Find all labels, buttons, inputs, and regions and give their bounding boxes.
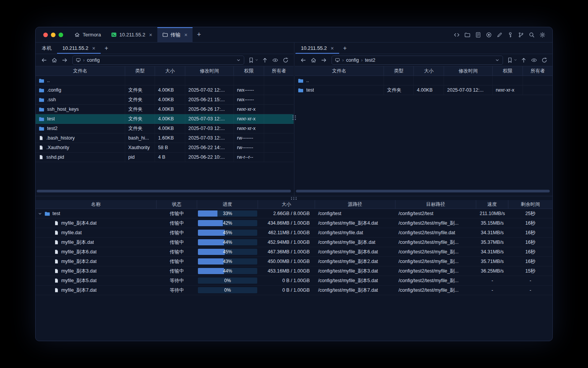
left-upload-button[interactable] xyxy=(260,55,270,65)
left-new-tab-button[interactable]: + xyxy=(101,43,112,54)
transfer-row[interactable]: myfile_副本5.dat等待中0%0 B / 1.00GB/config/t… xyxy=(36,276,552,286)
left-refresh-button[interactable] xyxy=(281,55,290,65)
folder-icon xyxy=(298,78,304,84)
titlebar-tab-termora[interactable]: Termora xyxy=(69,27,106,42)
file-icon xyxy=(39,135,44,141)
transfer-status: 传输中 xyxy=(157,238,197,247)
column-header[interactable]: 权限 xyxy=(234,66,264,76)
panel-tab-label: 10.211.55.2 xyxy=(301,45,327,51)
search-button[interactable] xyxy=(527,30,536,39)
file-row[interactable]: test文件夹4.00KB2025-07-03 12:...rwxr-xr-x xyxy=(295,85,552,95)
right-bookmark-button[interactable] xyxy=(506,55,518,65)
file-mtime-cell: 2025-06-26 17:... xyxy=(185,105,234,114)
left-home-button[interactable] xyxy=(49,55,59,65)
settings-button[interactable] xyxy=(537,30,547,39)
column-header[interactable]: 类型 xyxy=(125,66,155,76)
left-forward-button[interactable] xyxy=(60,55,69,65)
file-row[interactable]: sshd.pidpid4 B2025-06-22 10:...rw-r--r-- xyxy=(36,153,294,162)
tab-close-button[interactable]: × xyxy=(185,32,188,38)
path-segment[interactable]: config xyxy=(346,58,359,63)
tab-close-button[interactable]: × xyxy=(92,46,95,51)
transfer-row[interactable]: myfile_副本.dat传输中44%452.94MB / 1.00GB/con… xyxy=(36,238,552,247)
file-panels: 本机10.211.55.2× + ›config 文件名类型大小修改时间权限所有… xyxy=(36,43,552,196)
branch-button[interactable] xyxy=(516,30,526,39)
tab-close-button[interactable]: × xyxy=(331,46,334,51)
column-header[interactable]: 类型 xyxy=(384,66,414,76)
log-button[interactable] xyxy=(473,30,483,39)
right-path-field[interactable]: ›config›test2 xyxy=(332,56,503,65)
code-button[interactable] xyxy=(452,30,461,39)
right-forward-button[interactable] xyxy=(319,55,328,65)
eye-icon xyxy=(272,57,278,63)
column-header[interactable]: 所有者 xyxy=(264,66,294,76)
edit-icon xyxy=(497,32,503,38)
panel-tab[interactable]: 10.211.55.2× xyxy=(57,43,101,54)
transfer-row[interactable]: test传输中33%2.66GB / 8.00GB/config/test/co… xyxy=(36,209,552,219)
path-dropdown-icon[interactable] xyxy=(236,58,241,62)
file-row[interactable]: .ssh文件夹4.00KB2025-06-21 15:...rwx------ xyxy=(36,95,294,105)
left-bookmark-button[interactable] xyxy=(247,55,259,65)
column-header[interactable]: 进度 xyxy=(197,200,258,209)
file-row[interactable]: ssh_host_keys文件夹4.00KB2025-06-26 17:...r… xyxy=(36,105,294,114)
column-header[interactable]: 大小 xyxy=(414,66,444,76)
column-header[interactable]: 名称 xyxy=(36,200,157,209)
left-back-button[interactable] xyxy=(39,55,49,65)
right-home-button[interactable] xyxy=(309,55,318,65)
column-header[interactable]: 状态 xyxy=(157,200,197,209)
panel-tab[interactable]: 10.211.55.2× xyxy=(296,43,339,54)
maximize-window-button[interactable] xyxy=(59,33,63,37)
column-header[interactable]: 修改时间 xyxy=(444,66,493,76)
transfer-row[interactable]: myfile.dat传输中45%462.11MB / 1.00GB/config… xyxy=(36,228,552,238)
left-horizontal-scrollbar[interactable] xyxy=(37,190,291,192)
file-row[interactable]: .. xyxy=(295,76,552,85)
file-size-cell: 4.00KB xyxy=(155,105,185,114)
file-row[interactable]: .. xyxy=(36,76,294,85)
transfer-row[interactable]: myfile_副本2.dat传输中43%450.00MB / 1.00GB/co… xyxy=(36,257,552,266)
column-header[interactable]: 目标路径 xyxy=(395,200,476,209)
transfer-row[interactable]: myfile_副本4.dat传输中42%434.86MB / 1.00GB/co… xyxy=(36,219,552,228)
titlebar-tab-transfer[interactable]: 传输× xyxy=(157,27,193,42)
path-segment[interactable]: config xyxy=(87,58,100,63)
transfer-row[interactable]: myfile_副本3.dat传输中44%453.16MB / 1.00GB/co… xyxy=(36,266,552,276)
column-header[interactable]: 修改时间 xyxy=(185,66,234,76)
column-header[interactable]: 文件名 xyxy=(295,66,384,76)
path-dropdown-icon[interactable] xyxy=(495,58,500,62)
left-show-hidden-button[interactable] xyxy=(270,55,280,65)
file-row[interactable]: .bash_historybash_hi...1.60KB2025-07-03 … xyxy=(36,133,294,143)
column-header[interactable]: 速度 xyxy=(476,200,508,209)
path-segment[interactable]: test2 xyxy=(365,58,375,63)
folder-button[interactable] xyxy=(462,30,472,39)
close-window-button[interactable] xyxy=(43,33,48,37)
right-refresh-button[interactable] xyxy=(539,55,549,65)
right-show-hidden-button[interactable] xyxy=(529,55,539,65)
right-back-button[interactable] xyxy=(298,55,308,65)
column-header[interactable]: 源路径 xyxy=(315,200,395,209)
transfer-row[interactable]: myfile_副本6.dat传输中45%467.36MB / 1.00GB/co… xyxy=(36,247,552,257)
right-horizontal-scrollbar[interactable] xyxy=(296,190,550,192)
record-button[interactable] xyxy=(484,30,493,39)
column-header[interactable]: 大小 xyxy=(155,66,185,76)
file-row[interactable]: test文件夹4.00KB2025-07-03 12:...rwxr-xr-x xyxy=(36,114,294,124)
column-header[interactable]: 大小 xyxy=(258,200,315,209)
right-upload-button[interactable] xyxy=(519,55,528,65)
column-header[interactable]: 所有者 xyxy=(523,66,552,76)
titlebar-tab-ssh[interactable]: 10.211.55.2× xyxy=(106,27,157,42)
minimize-window-button[interactable] xyxy=(51,33,56,37)
horizontal-splitter[interactable] xyxy=(36,196,552,200)
column-header[interactable]: 文件名 xyxy=(36,66,125,76)
key-button[interactable] xyxy=(505,30,515,39)
new-window-tab-button[interactable]: + xyxy=(193,27,206,42)
file-row[interactable]: test2文件夹4.00KB2025-07-03 12:...rwxr-xr-x xyxy=(36,124,294,133)
file-row[interactable]: .XauthorityXauthority58 B2025-06-22 14:.… xyxy=(36,143,294,153)
column-header[interactable]: 权限 xyxy=(493,66,523,76)
file-row[interactable]: .config文件夹4.00KB2025-07-02 12:...rwx----… xyxy=(36,85,294,95)
edit-button[interactable] xyxy=(495,30,504,39)
file-size-cell: 4 B xyxy=(155,153,185,162)
transfer-status: 等待中 xyxy=(157,286,197,295)
right-new-tab-button[interactable]: + xyxy=(339,43,351,54)
tab-close-button[interactable]: × xyxy=(149,32,152,38)
left-path-field[interactable]: ›config xyxy=(72,56,244,65)
panel-tab[interactable]: 本机 xyxy=(36,43,57,54)
column-header[interactable]: 剩余时间 xyxy=(508,200,552,209)
transfer-row[interactable]: myfile_副本7.dat等待中0%0 B / 1.00GB/config/t… xyxy=(36,286,552,295)
